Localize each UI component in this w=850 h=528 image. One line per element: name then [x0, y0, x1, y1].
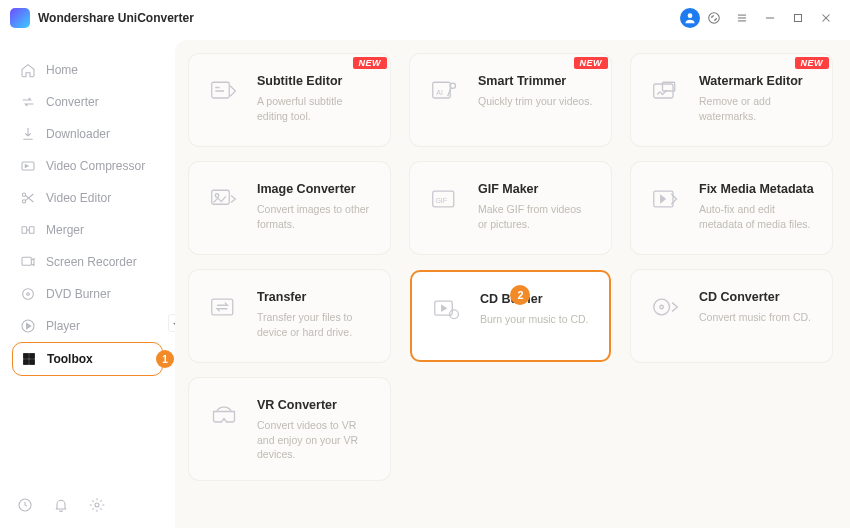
menu-icon[interactable] [728, 4, 756, 32]
app-logo [10, 8, 30, 28]
card-desc: Auto-fix and edit metadata of media file… [699, 202, 814, 231]
sidebar-item-video-editor[interactable]: Video Editor [12, 182, 163, 214]
card-desc: Remove or add watermarks. [699, 94, 814, 123]
svg-rect-21 [30, 360, 35, 365]
sidebar-item-screen-recorder[interactable]: Screen Recorder [12, 246, 163, 278]
card-desc: Convert images to other formats. [257, 202, 372, 231]
content-area: 2 NEW Subtitle Editor A powerful subtitl… [175, 40, 850, 528]
card-image-converter[interactable]: Image Converter Convert images to other … [189, 162, 390, 254]
card-title: CD Burner [480, 292, 591, 306]
home-icon [20, 62, 36, 78]
play-icon [20, 318, 36, 334]
card-fix-metadata[interactable]: Fix Media Metadata Auto-fix and edit met… [631, 162, 832, 254]
svg-point-0 [688, 13, 693, 18]
help-icon[interactable] [700, 4, 728, 32]
svg-point-37 [450, 310, 459, 319]
sidebar-item-label: Home [46, 63, 78, 77]
sidebar-item-label: Video Compressor [46, 159, 145, 173]
card-desc: Make GIF from videos or pictures. [478, 202, 593, 231]
converter-icon [20, 94, 36, 110]
card-title: CD Converter [699, 290, 814, 304]
cd-convert-icon [649, 290, 683, 324]
svg-point-1 [709, 13, 720, 24]
card-title: Watermark Editor [699, 74, 814, 88]
sidebar-item-label: Toolbox [47, 352, 93, 366]
scissors-icon [20, 190, 36, 206]
sidebar-item-label: Downloader [46, 127, 110, 141]
new-badge: NEW [353, 57, 388, 69]
sidebar-item-label: Player [46, 319, 80, 333]
sidebar-item-video-compressor[interactable]: Video Compressor [12, 150, 163, 182]
card-desc: Convert music from CD. [699, 310, 814, 325]
history-icon[interactable] [16, 496, 34, 514]
svg-rect-19 [30, 354, 35, 359]
subtitle-icon [207, 74, 241, 108]
sidebar-item-downloader[interactable]: Downloader [12, 118, 163, 150]
svg-text:GIF: GIF [435, 197, 447, 204]
sidebar-item-label: Screen Recorder [46, 255, 137, 269]
image-convert-icon [207, 182, 241, 216]
svg-point-31 [215, 194, 219, 198]
sidebar: Home Converter Downloader Video Compress… [0, 36, 175, 528]
svg-point-38 [654, 299, 670, 315]
bell-icon[interactable] [52, 496, 70, 514]
close-button[interactable] [812, 4, 840, 32]
card-desc: A powerful subtitle editing tool. [257, 94, 372, 123]
merge-icon [20, 222, 36, 238]
sidebar-item-merger[interactable]: Merger [12, 214, 163, 246]
card-title: Fix Media Metadata [699, 182, 814, 196]
watermark-icon [649, 74, 683, 108]
svg-rect-20 [24, 360, 29, 365]
card-desc: Convert videos to VR and enjoy on your V… [257, 418, 372, 462]
titlebar: Wondershare UniConverter [0, 0, 850, 36]
minimize-button[interactable] [756, 4, 784, 32]
svg-point-15 [23, 289, 34, 300]
card-watermark-editor[interactable]: NEW Watermark Editor Remove or add water… [631, 54, 832, 146]
app-title: Wondershare UniConverter [38, 11, 194, 25]
card-transfer[interactable]: Transfer Transfer your files to device o… [189, 270, 390, 362]
svg-point-39 [660, 305, 664, 309]
card-title: VR Converter [257, 398, 372, 412]
compress-icon [20, 158, 36, 174]
sidebar-item-player[interactable]: Player [12, 310, 163, 342]
settings-icon[interactable] [88, 496, 106, 514]
card-smart-trimmer[interactable]: NEW AI Smart Trimmer Quickly trim your v… [410, 54, 611, 146]
transfer-icon [207, 290, 241, 324]
card-title: Image Converter [257, 182, 372, 196]
sidebar-item-toolbox[interactable]: Toolbox [12, 342, 163, 376]
download-icon [20, 126, 36, 142]
metadata-icon [649, 182, 683, 216]
trimmer-icon: AI [428, 74, 462, 108]
sidebar-item-label: Video Editor [46, 191, 111, 205]
sidebar-item-label: DVD Burner [46, 287, 111, 301]
svg-rect-13 [29, 227, 34, 234]
user-icon[interactable] [680, 8, 700, 28]
card-title: GIF Maker [478, 182, 593, 196]
sidebar-item-converter[interactable]: Converter [12, 86, 163, 118]
gif-icon: GIF [428, 182, 462, 216]
toolbox-icon [21, 351, 37, 367]
card-desc: Quickly trim your videos. [478, 94, 593, 109]
card-subtitle-editor[interactable]: NEW Subtitle Editor A powerful subtitle … [189, 54, 390, 146]
svg-rect-14 [22, 257, 31, 265]
cd-burner-icon [430, 292, 464, 326]
svg-rect-12 [22, 227, 27, 234]
card-desc: Transfer your files to device or hard dr… [257, 310, 372, 339]
card-gif-maker[interactable]: GIF GIF Maker Make GIF from videos or pi… [410, 162, 611, 254]
sidebar-item-home[interactable]: Home [12, 54, 163, 86]
svg-rect-35 [212, 299, 233, 315]
new-badge: NEW [574, 57, 609, 69]
sidebar-item-dvd-burner[interactable]: DVD Burner [12, 278, 163, 310]
card-title: Transfer [257, 290, 372, 304]
card-desc: Burn your music to CD. [480, 312, 591, 327]
card-title: Subtitle Editor [257, 74, 372, 88]
svg-rect-18 [24, 354, 29, 359]
card-cd-converter[interactable]: CD Converter Convert music from CD. [631, 270, 832, 362]
svg-rect-24 [212, 82, 230, 98]
sidebar-item-label: Converter [46, 95, 99, 109]
card-cd-burner[interactable]: CD Burner Burn your music to CD. [410, 270, 611, 362]
card-vr-converter[interactable]: VR Converter Convert videos to VR and en… [189, 378, 390, 480]
svg-rect-6 [795, 15, 802, 22]
maximize-button[interactable] [784, 4, 812, 32]
sidebar-item-label: Merger [46, 223, 84, 237]
